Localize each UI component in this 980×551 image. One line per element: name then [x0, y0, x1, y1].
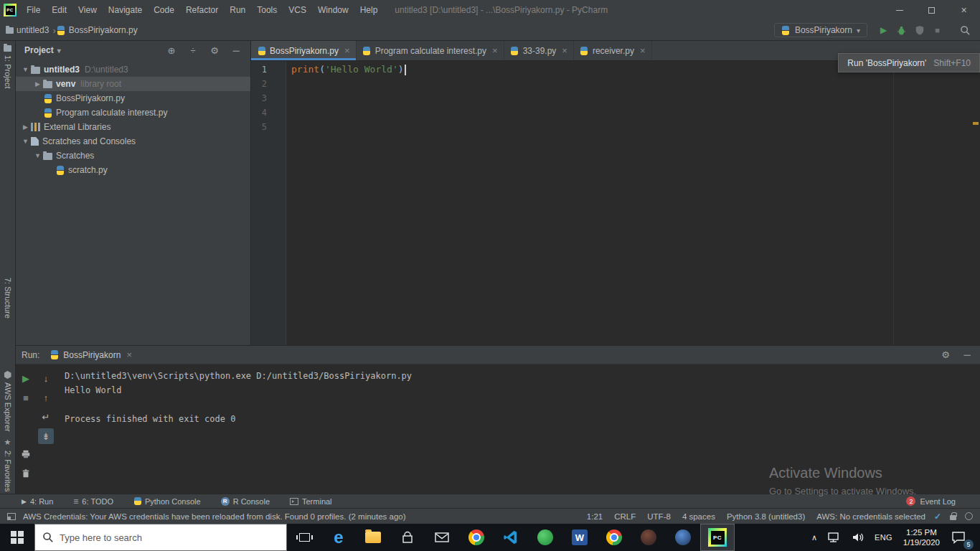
language-indicator[interactable]: ENG	[870, 524, 897, 551]
event-log-button[interactable]: 2 Event Log	[906, 496, 956, 506]
project-view-select[interactable]: Project ▾	[24, 45, 61, 55]
stripe-favorites-button[interactable]: ★ 2: Favorites	[0, 438, 15, 491]
toolwindow-r-console-button[interactable]: R R Console	[221, 497, 270, 506]
toolwindow-run-button[interactable]: ▶ 4: Run	[22, 497, 53, 506]
breadcrumb-file[interactable]: BossPiriyakorn.py	[69, 25, 138, 35]
aws-credentials-widget[interactable]: AWS: No credentials selected	[816, 512, 925, 521]
hidden-icons-chevron[interactable]: ∧	[806, 524, 822, 551]
console-output[interactable]: D:\untitled3\venv\Scripts\python.exe D:/…	[56, 364, 980, 494]
tab-bosspiriyakorn[interactable]: BossPiriyakorn.py ×	[251, 41, 357, 60]
taskbar-search[interactable]	[34, 524, 287, 551]
maximize-button[interactable]	[915, 0, 948, 20]
menu-view[interactable]: View	[72, 0, 103, 20]
status-message[interactable]: AWS Credentials: Your AWS credentials ha…	[23, 512, 406, 521]
toolwindow-todo-button[interactable]: ≡ 6: TODO	[73, 496, 113, 507]
action-center-icon[interactable]: 5	[946, 524, 976, 551]
warning-stripe-mark[interactable]	[973, 122, 979, 125]
close-tab-icon[interactable]: ×	[344, 45, 350, 56]
network-icon[interactable]	[822, 524, 847, 551]
soft-wrap-icon[interactable]: ↵	[38, 409, 54, 425]
run-tab[interactable]: BossPiriyakorn ×	[50, 349, 132, 360]
hide-panel-icon[interactable]: ─	[229, 45, 243, 56]
dark-app-taskbar-button[interactable]	[631, 524, 666, 551]
file-explorer-taskbar-button[interactable]	[356, 524, 390, 551]
settings-gear-icon[interactable]: ⚙	[207, 45, 222, 56]
search-input[interactable]	[60, 532, 279, 543]
volume-icon[interactable]	[847, 524, 870, 551]
menu-edit[interactable]: Edit	[46, 0, 72, 20]
breadcrumb-project[interactable]: untitled3	[17, 25, 49, 35]
encoding-widget[interactable]: UTF-8	[647, 512, 671, 521]
menu-refactor[interactable]: Refactor	[180, 0, 224, 20]
close-tab-icon[interactable]: ×	[562, 45, 567, 56]
debug-button[interactable]	[892, 22, 910, 39]
toolwindow-terminal-button[interactable]: Terminal	[290, 497, 332, 506]
expand-arrow-icon[interactable]: ▼	[20, 138, 31, 145]
chrome-taskbar-button[interactable]	[459, 524, 494, 551]
menu-file[interactable]: File	[21, 0, 46, 20]
tree-item-external-libraries[interactable]: ▶ External Libraries	[16, 120, 250, 134]
line-ending-widget[interactable]: CRLF	[614, 512, 636, 521]
stripe-aws-explorer-button[interactable]: AWS Explorer	[0, 371, 15, 432]
coverage-button[interactable]	[910, 22, 928, 39]
locate-file-icon[interactable]: ⊕	[164, 45, 179, 56]
lock-icon[interactable]	[950, 512, 956, 520]
tab-33-39[interactable]: 33-39.py ×	[504, 41, 574, 60]
tab-receiver[interactable]: receiver.py ×	[574, 41, 652, 60]
up-stack-icon[interactable]: ↑	[38, 390, 54, 405]
search-everywhere-icon[interactable]	[956, 22, 974, 39]
toolwindow-switcher-icon[interactable]	[7, 513, 16, 520]
close-tab-icon[interactable]: ×	[492, 45, 498, 56]
menu-navigate[interactable]: Navigate	[103, 0, 148, 20]
menu-code[interactable]: Code	[148, 0, 180, 20]
tree-item-scratches[interactable]: ▼ Scratches	[16, 149, 250, 163]
chrome-profile2-taskbar-button[interactable]	[597, 524, 631, 551]
stripe-project-button[interactable]: 1: Project	[0, 44, 15, 88]
taskbar-clock[interactable]: 1:25 PM 1/19/2020	[897, 527, 946, 547]
tab-program-calculate-interest[interactable]: Program calculate interest.py ×	[357, 41, 504, 60]
tree-item-scratch-py[interactable]: scratch.py	[16, 163, 250, 177]
collapse-all-icon[interactable]: ÷	[186, 45, 200, 56]
tree-item-venv[interactable]: ▶ venv library root	[16, 77, 250, 91]
menu-run[interactable]: Run	[224, 0, 251, 20]
tree-item-program-calculate-interest[interactable]: Program calculate interest.py	[16, 105, 250, 120]
notifications-icon[interactable]	[965, 512, 973, 520]
task-view-button[interactable]	[287, 524, 321, 551]
editor-pane[interactable]: 1 2 3 4 5 print('Hello World') Run 'Bo	[251, 61, 980, 345]
expand-arrow-icon[interactable]: ▼	[20, 66, 31, 73]
code-area[interactable]: print('Hello World')	[286, 61, 980, 345]
menu-vcs[interactable]: VCS	[283, 0, 312, 20]
green-app-taskbar-button[interactable]	[528, 524, 562, 551]
menu-tools[interactable]: Tools	[251, 0, 283, 20]
stop-process-button[interactable]: ■	[18, 390, 34, 405]
menu-help[interactable]: Help	[354, 0, 384, 20]
caret-position-widget[interactable]: 1:21	[587, 512, 603, 521]
pycharm-taskbar-button[interactable]: PC	[700, 524, 735, 551]
hide-run-panel-icon[interactable]: ─	[960, 349, 974, 360]
aws-check-icon[interactable]: ✓	[934, 512, 941, 522]
start-button[interactable]	[0, 524, 34, 551]
clear-console-button[interactable]	[18, 466, 34, 481]
store-taskbar-button[interactable]	[390, 524, 425, 551]
close-tab-icon[interactable]: ×	[640, 45, 646, 56]
edge-taskbar-button[interactable]: e	[321, 524, 356, 551]
rerun-button[interactable]: ▶	[18, 370, 34, 386]
blue-app-taskbar-button[interactable]	[666, 524, 700, 551]
down-stack-icon[interactable]: ↓	[38, 370, 54, 386]
expand-arrow-icon[interactable]: ▶	[32, 80, 43, 88]
print-console-button[interactable]	[18, 446, 34, 462]
mail-taskbar-button[interactable]	[425, 524, 459, 551]
tree-item-bosspiriyakorn[interactable]: BossPiriyakorn.py	[16, 91, 250, 105]
close-tab-icon[interactable]: ×	[126, 349, 132, 360]
expand-arrow-icon[interactable]: ▶	[20, 123, 31, 131]
indent-widget[interactable]: 4 spaces	[682, 512, 715, 521]
stripe-structure-button[interactable]: 7: Structure	[0, 278, 15, 319]
run-button[interactable]: ▶	[875, 22, 892, 39]
menu-window[interactable]: Window	[312, 0, 354, 20]
close-button[interactable]: ×	[948, 0, 980, 20]
scroll-to-end-icon[interactable]: ⇟	[38, 428, 54, 444]
run-configuration-select[interactable]: BossPiriyakorn ▾	[774, 23, 867, 37]
stop-button[interactable]: ■	[928, 22, 946, 39]
interpreter-widget[interactable]: Python 3.8 (untitled3)	[727, 512, 805, 521]
word-taskbar-button[interactable]: W	[562, 524, 597, 551]
